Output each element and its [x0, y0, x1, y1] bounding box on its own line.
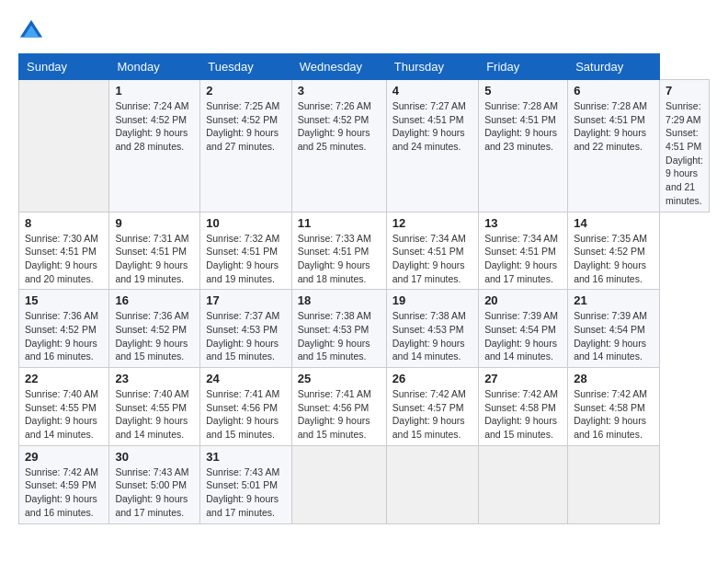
day-number: 2 [206, 84, 285, 98]
day-number: 29 [25, 450, 103, 464]
day-info: Sunrise: 7:38 AMSunset: 4:53 PMDaylight:… [298, 310, 371, 362]
day-cell: 20 Sunrise: 7:39 AMSunset: 4:54 PMDaylig… [479, 290, 568, 368]
day-cell: 27 Sunrise: 7:42 AMSunset: 4:58 PMDaylig… [479, 368, 568, 446]
day-info: Sunrise: 7:40 AMSunset: 4:55 PMDaylight:… [25, 388, 98, 440]
day-number: 13 [484, 216, 562, 230]
day-cell: 13 Sunrise: 7:34 AMSunset: 4:51 PMDaylig… [479, 212, 568, 290]
day-info: Sunrise: 7:30 AMSunset: 4:51 PMDaylight:… [25, 233, 98, 284]
day-info: Sunrise: 7:40 AMSunset: 4:55 PMDaylight:… [115, 388, 188, 440]
day-number: 1 [115, 84, 194, 98]
day-header-saturday: Saturday [568, 54, 660, 80]
day-number: 14 [574, 216, 654, 230]
logo-icon [18, 18, 44, 44]
day-cell: 30 Sunrise: 7:43 AMSunset: 5:00 PMDaylig… [109, 445, 200, 523]
day-number: 24 [206, 372, 285, 385]
day-cell: 12 Sunrise: 7:34 AMSunset: 4:51 PMDaylig… [386, 212, 478, 290]
day-cell [479, 445, 568, 523]
day-number: 4 [392, 84, 472, 98]
day-info: Sunrise: 7:42 AMSunset: 4:59 PMDaylight:… [25, 466, 98, 518]
day-info: Sunrise: 7:39 AMSunset: 4:54 PMDaylight:… [574, 310, 647, 362]
day-cell: 17 Sunrise: 7:37 AMSunset: 4:53 PMDaylig… [200, 290, 291, 368]
day-cell: 14 Sunrise: 7:35 AMSunset: 4:52 PMDaylig… [568, 212, 660, 290]
day-number: 31 [206, 450, 285, 464]
header [18, 18, 710, 44]
day-number: 5 [484, 84, 562, 98]
day-cell: 22 Sunrise: 7:40 AMSunset: 4:55 PMDaylig… [19, 368, 109, 446]
week-row-5: 29 Sunrise: 7:42 AMSunset: 4:59 PMDaylig… [19, 445, 710, 523]
day-info: Sunrise: 7:43 AMSunset: 5:01 PMDaylight:… [206, 466, 279, 518]
day-cell: 28 Sunrise: 7:42 AMSunset: 4:58 PMDaylig… [568, 368, 660, 446]
day-number: 8 [25, 216, 103, 230]
day-cell: 26 Sunrise: 7:42 AMSunset: 4:57 PMDaylig… [386, 368, 478, 446]
day-info: Sunrise: 7:43 AMSunset: 5:00 PMDaylight:… [115, 466, 188, 518]
logo [18, 18, 48, 44]
day-header-wednesday: Wednesday [291, 54, 386, 80]
day-number: 3 [298, 84, 381, 98]
day-cell: 3 Sunrise: 7:26 AMSunset: 4:52 PMDayligh… [291, 80, 386, 213]
day-number: 10 [206, 216, 285, 230]
day-number: 17 [206, 293, 285, 307]
day-number: 30 [115, 450, 194, 464]
day-header-friday: Friday [479, 54, 568, 80]
day-cell [568, 445, 660, 523]
day-number: 11 [298, 216, 381, 230]
day-cell: 18 Sunrise: 7:38 AMSunset: 4:53 PMDaylig… [291, 290, 386, 368]
day-number: 21 [574, 293, 654, 307]
day-cell: 11 Sunrise: 7:33 AMSunset: 4:51 PMDaylig… [291, 212, 386, 290]
day-cell: 2 Sunrise: 7:25 AMSunset: 4:52 PMDayligh… [200, 80, 291, 213]
day-number: 28 [574, 372, 654, 385]
day-cell: 8 Sunrise: 7:30 AMSunset: 4:51 PMDayligh… [19, 212, 109, 290]
day-number: 19 [392, 293, 472, 307]
day-info: Sunrise: 7:27 AMSunset: 4:51 PMDaylight:… [392, 100, 466, 152]
day-info: Sunrise: 7:32 AMSunset: 4:51 PMDaylight:… [206, 233, 279, 284]
day-info: Sunrise: 7:34 AMSunset: 4:51 PMDaylight:… [484, 233, 558, 284]
day-info: Sunrise: 7:28 AMSunset: 4:51 PMDaylight:… [484, 100, 558, 152]
day-cell: 29 Sunrise: 7:42 AMSunset: 4:59 PMDaylig… [19, 445, 109, 523]
day-info: Sunrise: 7:29 AMSunset: 4:51 PMDaylight:… [665, 100, 703, 206]
empty-cell [19, 80, 109, 213]
week-row-2: 8 Sunrise: 7:30 AMSunset: 4:51 PMDayligh… [19, 212, 710, 290]
day-cell: 16 Sunrise: 7:36 AMSunset: 4:52 PMDaylig… [109, 290, 200, 368]
day-cell [291, 445, 386, 523]
day-number: 27 [484, 372, 562, 385]
day-info: Sunrise: 7:38 AMSunset: 4:53 PMDaylight:… [392, 310, 466, 362]
day-header-sunday: Sunday [19, 54, 109, 80]
day-cell: 19 Sunrise: 7:38 AMSunset: 4:53 PMDaylig… [386, 290, 478, 368]
day-number: 15 [25, 293, 103, 307]
day-number: 6 [574, 84, 654, 98]
day-cell: 1 Sunrise: 7:24 AMSunset: 4:52 PMDayligh… [109, 80, 200, 213]
day-number: 20 [484, 293, 562, 307]
week-row-4: 22 Sunrise: 7:40 AMSunset: 4:55 PMDaylig… [19, 368, 710, 446]
day-cell: 21 Sunrise: 7:39 AMSunset: 4:54 PMDaylig… [568, 290, 660, 368]
day-info: Sunrise: 7:42 AMSunset: 4:58 PMDaylight:… [574, 388, 647, 440]
day-info: Sunrise: 7:42 AMSunset: 4:57 PMDaylight:… [392, 388, 466, 440]
day-number: 22 [25, 372, 103, 385]
day-number: 7 [665, 84, 703, 98]
day-cell: 7 Sunrise: 7:29 AMSunset: 4:51 PMDayligh… [660, 80, 710, 213]
day-cell: 24 Sunrise: 7:41 AMSunset: 4:56 PMDaylig… [200, 368, 291, 446]
day-cell: 15 Sunrise: 7:36 AMSunset: 4:52 PMDaylig… [19, 290, 109, 368]
day-info: Sunrise: 7:35 AMSunset: 4:52 PMDaylight:… [574, 233, 647, 284]
day-number: 18 [298, 293, 381, 307]
calendar: SundayMondayTuesdayWednesdayThursdayFrid… [18, 53, 710, 524]
day-header-thursday: Thursday [386, 54, 478, 80]
day-number: 26 [392, 372, 472, 385]
day-cell: 25 Sunrise: 7:41 AMSunset: 4:56 PMDaylig… [291, 368, 386, 446]
day-header-tuesday: Tuesday [200, 54, 291, 80]
day-cell: 4 Sunrise: 7:27 AMSunset: 4:51 PMDayligh… [386, 80, 478, 213]
day-cell [386, 445, 478, 523]
week-row-1: 1 Sunrise: 7:24 AMSunset: 4:52 PMDayligh… [19, 80, 710, 213]
week-row-3: 15 Sunrise: 7:36 AMSunset: 4:52 PMDaylig… [19, 290, 710, 368]
day-number: 25 [298, 372, 381, 385]
day-number: 16 [115, 293, 194, 307]
day-info: Sunrise: 7:41 AMSunset: 4:56 PMDaylight:… [206, 388, 279, 440]
day-number: 23 [115, 372, 194, 385]
day-cell: 23 Sunrise: 7:40 AMSunset: 4:55 PMDaylig… [109, 368, 200, 446]
day-info: Sunrise: 7:41 AMSunset: 4:56 PMDaylight:… [298, 388, 371, 440]
day-info: Sunrise: 7:31 AMSunset: 4:51 PMDaylight:… [115, 233, 188, 284]
day-cell: 10 Sunrise: 7:32 AMSunset: 4:51 PMDaylig… [200, 212, 291, 290]
day-info: Sunrise: 7:28 AMSunset: 4:51 PMDaylight:… [574, 100, 647, 152]
day-info: Sunrise: 7:26 AMSunset: 4:52 PMDaylight:… [298, 100, 371, 152]
day-number: 12 [392, 216, 472, 230]
day-info: Sunrise: 7:39 AMSunset: 4:54 PMDaylight:… [484, 310, 558, 362]
